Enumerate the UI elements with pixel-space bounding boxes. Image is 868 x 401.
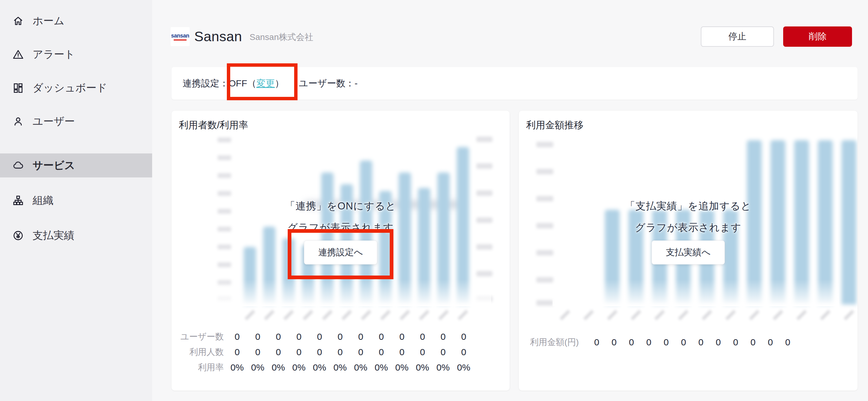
amount-card: 利用金額推移 「支払実績」を追加すると グラフが表示されます 支払実績へ 利用金… xyxy=(519,111,858,391)
blurred-x-label xyxy=(438,310,448,320)
sidebar-item-label: アラート xyxy=(33,47,75,61)
integration-setting-label: 連携設定：OFF（ xyxy=(183,77,256,90)
stats-value: 0 xyxy=(371,332,392,342)
alert-icon xyxy=(12,49,24,60)
blurred-x-label xyxy=(322,310,332,320)
sidebar-item-users[interactable]: ユーザー xyxy=(0,110,152,134)
blurred-x-label xyxy=(773,310,783,320)
stats-value: 0% xyxy=(392,362,412,373)
stats-value: 0 xyxy=(371,347,392,357)
sansan-logo: sansan xyxy=(170,27,190,46)
blurred-axis-tick xyxy=(476,244,492,250)
stats-value: 0 xyxy=(779,337,797,347)
stats-value: 0 xyxy=(692,337,710,347)
blurred-x-label xyxy=(583,310,593,320)
stop-button[interactable]: 停止 xyxy=(701,26,774,47)
stats-value: 0% xyxy=(247,362,268,373)
blurred-x-label xyxy=(245,310,255,320)
blurred-x-label xyxy=(607,310,617,320)
service-detail-page: ホーム アラート ダッシュボード ユーザー サービス 組織 支払実績 sansa… xyxy=(0,0,868,401)
delete-button[interactable]: 削除 xyxy=(783,26,852,47)
stats-value: 0% xyxy=(412,362,433,373)
sidebar-item-dashboard[interactable]: ダッシュボード xyxy=(0,76,152,100)
stats-value: 0 xyxy=(657,337,675,347)
chart-fade xyxy=(553,279,839,306)
blurred-x-label xyxy=(283,310,293,320)
stats-value: 0 xyxy=(433,347,453,357)
sidebar-item-label: サービス xyxy=(33,159,75,173)
blurred-axis-tick xyxy=(536,169,553,174)
sidebar-item-services[interactable]: サービス xyxy=(0,153,152,177)
stats-row-label: ユーザー数 xyxy=(172,331,227,343)
sidebar-item-home[interactable]: ホーム xyxy=(0,9,152,33)
amount-overlay-line2: グラフが表示されます xyxy=(519,221,858,235)
blurred-axis-tick xyxy=(218,155,231,160)
integration-status-bar: 連携設定：OFF（変更） ユーザー数：- xyxy=(172,67,858,99)
blurred-axis-tick xyxy=(536,142,553,147)
stats-value: 0 xyxy=(330,347,350,357)
company-name: Sansan株式会社 xyxy=(250,27,313,46)
blurred-axis-tick xyxy=(476,137,492,142)
blurred-axis-tick xyxy=(476,190,492,196)
chart-fade xyxy=(205,279,491,306)
payment-records-button[interactable]: 支払実績へ xyxy=(652,240,725,264)
blurred-x-label xyxy=(796,310,807,320)
stats-row: 利用人数000000000000 xyxy=(172,344,509,360)
blurred-axis-tick xyxy=(218,173,231,178)
blurred-x-label xyxy=(631,310,641,320)
blurred-axis-tick xyxy=(536,277,553,283)
blurred-x-label xyxy=(654,310,664,320)
sidebar-item-payments[interactable]: 支払実績 xyxy=(0,224,152,248)
blurred-x-label xyxy=(264,310,274,320)
stats-value: 0 xyxy=(268,332,289,342)
stats-value: 0% xyxy=(433,362,453,373)
org-icon xyxy=(12,195,24,206)
stats-value: 0 xyxy=(762,337,779,347)
stats-value: 0 xyxy=(330,332,350,342)
usage-card: 利用者数/利用率 「連携」をONにすると グラフが表示されます 連携設定へ ユー… xyxy=(172,111,509,391)
stats-value: 0 xyxy=(227,332,247,342)
dashboard-icon xyxy=(12,82,24,94)
stats-row-label: 利用率 xyxy=(172,362,227,373)
stats-value: 0% xyxy=(268,362,289,373)
stats-value: 0 xyxy=(433,332,453,342)
sidebar-item-label: ユーザー xyxy=(33,114,75,128)
stats-row-label: 利用金額(円) xyxy=(519,337,588,348)
blurred-axis-tick xyxy=(476,163,492,169)
sidebar-item-alert[interactable]: アラート xyxy=(0,42,152,66)
stats-value: 0 xyxy=(289,332,309,342)
stats-value: 0% xyxy=(227,362,247,373)
user-count-label: ユーザー数：- xyxy=(299,77,358,90)
blurred-x-label xyxy=(303,310,313,320)
blurred-x-label xyxy=(702,310,712,320)
blurred-axis-tick xyxy=(218,191,231,196)
blurred-x-label xyxy=(560,310,570,320)
blurred-axis-tick xyxy=(476,271,492,277)
stats-value: 0% xyxy=(309,362,330,373)
integration-settings-button[interactable]: 連携設定へ xyxy=(304,240,377,264)
stats-value: 0 xyxy=(309,347,330,357)
user-icon xyxy=(12,116,24,127)
page-title: Sansan xyxy=(194,27,242,46)
stats-value: 0 xyxy=(710,337,727,347)
stats-value: 0 xyxy=(453,347,474,357)
stats-value: 0 xyxy=(247,347,268,357)
change-link[interactable]: 変更 xyxy=(256,77,275,90)
stats-value: 0% xyxy=(330,362,350,373)
blurred-x-label xyxy=(341,310,352,320)
usage-stats: ユーザー数000000000000利用人数000000000000利用率0%0%… xyxy=(172,329,509,375)
blurred-axis-tick xyxy=(218,138,231,142)
blurred-x-label xyxy=(749,310,759,320)
yen-icon xyxy=(12,230,24,241)
blurred-axis-tick xyxy=(218,262,231,267)
usage-overlay-line2: グラフが表示されます xyxy=(172,221,509,235)
stats-value: 0% xyxy=(371,362,392,373)
usage-card-title: 利用者数/利用率 xyxy=(179,119,248,132)
stats-value: 0 xyxy=(606,337,623,347)
sansan-logo-underline xyxy=(174,39,187,40)
blurred-x-label xyxy=(820,310,830,320)
stats-value: 0 xyxy=(392,347,412,357)
sidebar-item-organization[interactable]: 組織 xyxy=(0,189,152,212)
integration-setting-suffix: ） xyxy=(275,77,284,90)
stats-value: 0 xyxy=(453,332,474,342)
